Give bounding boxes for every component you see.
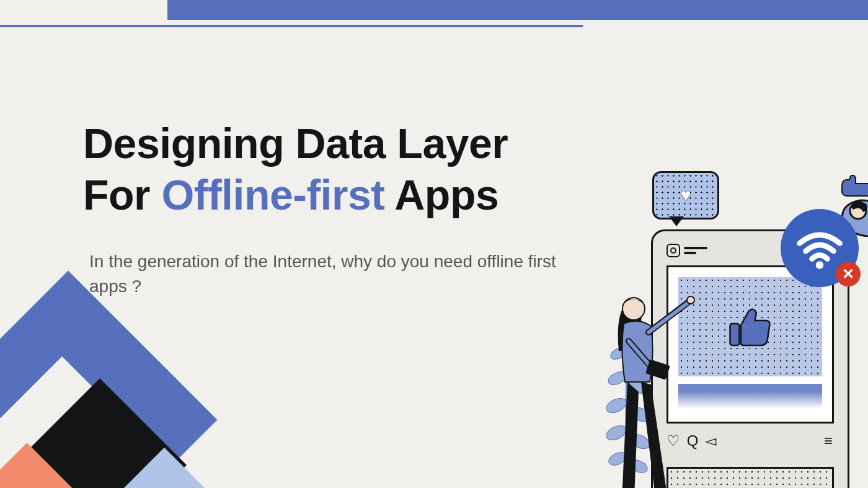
svg-point-2 xyxy=(816,261,824,269)
svg-rect-1 xyxy=(730,324,740,345)
speech-bubble: ♥ xyxy=(652,171,719,220)
header-lines xyxy=(684,247,707,254)
wifi-offline-badge: ✕ xyxy=(782,211,857,285)
top-strip xyxy=(167,0,868,20)
slide-stage: Designing Data Layer For Offline-first A… xyxy=(0,0,868,488)
title-highlight: Offline-first xyxy=(161,171,384,218)
illustration: ♥ xyxy=(601,167,868,488)
title-line-2-post: Apps xyxy=(384,171,498,218)
content-block: Designing Data Layer For Offline-first A… xyxy=(83,118,610,299)
close-icon: ✕ xyxy=(836,262,861,286)
page-title: Designing Data Layer For Offline-first A… xyxy=(83,118,610,221)
title-line-2-pre: For xyxy=(83,171,161,218)
wifi-icon xyxy=(795,223,844,273)
post-actions-right: ≡ xyxy=(824,432,834,450)
person-illustration xyxy=(601,277,697,488)
page-subtitle: In the generation of the Internet, why d… xyxy=(89,249,567,299)
thumbs-up-icon xyxy=(725,302,775,352)
thumbs-up-hand-icon xyxy=(822,175,868,206)
social-app-icon xyxy=(666,244,680,257)
post-image xyxy=(678,277,822,376)
title-line-1: Designing Data Layer xyxy=(83,120,508,167)
thin-line xyxy=(0,25,583,27)
post-gradient-strip xyxy=(678,384,822,409)
heart-icon: ♥ xyxy=(681,185,691,205)
svg-point-14 xyxy=(687,296,694,304)
